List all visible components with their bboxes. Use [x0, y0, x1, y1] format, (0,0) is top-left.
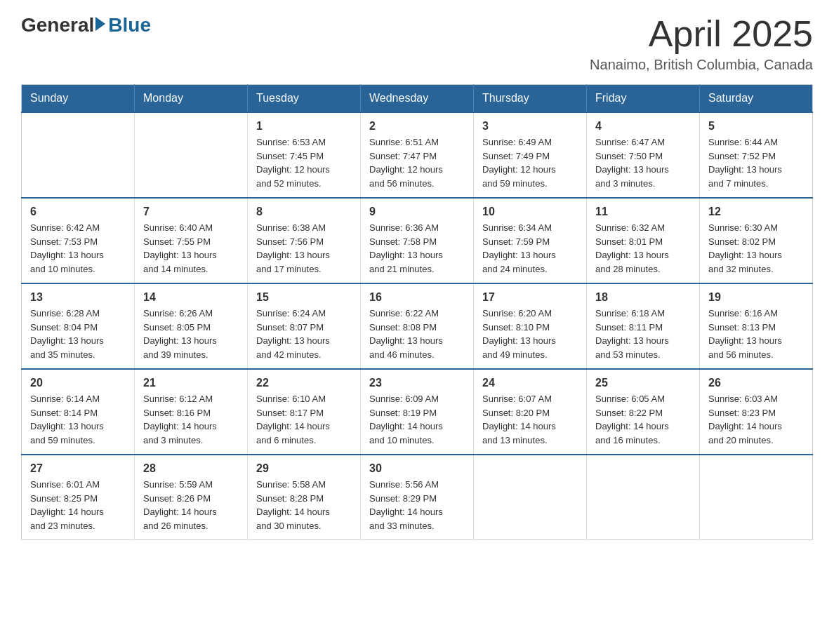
calendar-cell: 17Sunrise: 6:20 AMSunset: 8:10 PMDayligh… — [474, 283, 587, 369]
day-number: 16 — [369, 291, 465, 304]
calendar-week-5: 27Sunrise: 6:01 AMSunset: 8:25 PMDayligh… — [22, 455, 813, 540]
weekday-header-wednesday: Wednesday — [361, 85, 474, 113]
day-info: Sunrise: 6:34 AMSunset: 7:59 PMDaylight:… — [482, 221, 578, 276]
day-number: 2 — [369, 120, 465, 133]
day-number: 8 — [256, 206, 352, 218]
day-number: 28 — [143, 462, 239, 475]
calendar-cell: 23Sunrise: 6:09 AMSunset: 8:19 PMDayligh… — [361, 369, 474, 455]
calendar-cell: 6Sunrise: 6:42 AMSunset: 7:53 PMDaylight… — [22, 198, 135, 283]
weekday-header-sunday: Sunday — [22, 85, 135, 113]
day-number: 15 — [256, 291, 352, 304]
logo-arrow-icon — [95, 17, 105, 31]
weekday-header-tuesday: Tuesday — [248, 85, 361, 113]
day-info: Sunrise: 6:18 AMSunset: 8:11 PMDaylight:… — [595, 307, 691, 361]
calendar-cell: 20Sunrise: 6:14 AMSunset: 8:14 PMDayligh… — [22, 369, 135, 455]
calendar-cell: 25Sunrise: 6:05 AMSunset: 8:22 PMDayligh… — [587, 369, 700, 455]
calendar-cell: 15Sunrise: 6:24 AMSunset: 8:07 PMDayligh… — [248, 283, 361, 369]
day-number: 26 — [708, 377, 804, 389]
calendar-cell: 3Sunrise: 6:49 AMSunset: 7:49 PMDaylight… — [474, 112, 587, 198]
calendar-cell — [474, 455, 587, 540]
weekday-header-thursday: Thursday — [474, 85, 587, 113]
day-number: 30 — [369, 462, 465, 475]
day-number: 27 — [30, 462, 126, 475]
day-info: Sunrise: 6:22 AMSunset: 8:08 PMDaylight:… — [369, 307, 465, 361]
day-info: Sunrise: 6:38 AMSunset: 7:56 PMDaylight:… — [256, 221, 352, 276]
day-info: Sunrise: 6:28 AMSunset: 8:04 PMDaylight:… — [30, 307, 126, 361]
calendar-cell: 13Sunrise: 6:28 AMSunset: 8:04 PMDayligh… — [22, 283, 135, 369]
calendar-cell: 1Sunrise: 6:53 AMSunset: 7:45 PMDaylight… — [248, 112, 361, 198]
calendar-cell — [135, 112, 248, 198]
calendar-cell — [587, 455, 700, 540]
calendar-cell: 8Sunrise: 6:38 AMSunset: 7:56 PMDaylight… — [248, 198, 361, 283]
day-info: Sunrise: 6:05 AMSunset: 8:22 PMDaylight:… — [595, 392, 691, 447]
weekday-header-monday: Monday — [135, 85, 248, 113]
day-info: Sunrise: 6:40 AMSunset: 7:55 PMDaylight:… — [143, 221, 239, 276]
calendar-cell: 16Sunrise: 6:22 AMSunset: 8:08 PMDayligh… — [361, 283, 474, 369]
day-info: Sunrise: 6:49 AMSunset: 7:49 PMDaylight:… — [482, 135, 578, 190]
calendar-cell: 27Sunrise: 6:01 AMSunset: 8:25 PMDayligh… — [22, 455, 135, 540]
day-info: Sunrise: 6:30 AMSunset: 8:02 PMDaylight:… — [708, 221, 804, 276]
day-info: Sunrise: 6:26 AMSunset: 8:05 PMDaylight:… — [143, 307, 239, 361]
calendar-cell: 26Sunrise: 6:03 AMSunset: 8:23 PMDayligh… — [700, 369, 813, 455]
day-number: 23 — [369, 377, 465, 389]
calendar-cell: 5Sunrise: 6:44 AMSunset: 7:52 PMDaylight… — [700, 112, 813, 198]
day-info: Sunrise: 6:14 AMSunset: 8:14 PMDaylight:… — [30, 392, 126, 447]
day-number: 9 — [369, 206, 465, 218]
calendar-cell: 11Sunrise: 6:32 AMSunset: 8:01 PMDayligh… — [587, 198, 700, 283]
day-info: Sunrise: 6:51 AMSunset: 7:47 PMDaylight:… — [369, 135, 465, 190]
calendar-cell: 4Sunrise: 6:47 AMSunset: 7:50 PMDaylight… — [587, 112, 700, 198]
day-info: Sunrise: 5:59 AMSunset: 8:26 PMDaylight:… — [143, 478, 239, 532]
day-info: Sunrise: 6:16 AMSunset: 8:13 PMDaylight:… — [708, 307, 804, 361]
day-info: Sunrise: 6:53 AMSunset: 7:45 PMDaylight:… — [256, 135, 352, 190]
day-info: Sunrise: 5:58 AMSunset: 8:28 PMDaylight:… — [256, 478, 352, 532]
day-number: 18 — [595, 291, 691, 304]
logo-general-text: General — [21, 14, 94, 36]
logo: General Blue — [21, 14, 151, 36]
day-number: 21 — [143, 377, 239, 389]
month-title: April 2025 — [590, 14, 813, 54]
day-number: 20 — [30, 377, 126, 389]
calendar-cell: 19Sunrise: 6:16 AMSunset: 8:13 PMDayligh… — [700, 283, 813, 369]
weekday-header-saturday: Saturday — [700, 85, 813, 113]
location-subtitle: Nanaimo, British Columbia, Canada — [590, 57, 813, 73]
day-number: 14 — [143, 291, 239, 304]
day-number: 22 — [256, 377, 352, 389]
day-number: 24 — [482, 377, 578, 389]
calendar-cell: 22Sunrise: 6:10 AMSunset: 8:17 PMDayligh… — [248, 369, 361, 455]
logo-blue-text: Blue — [108, 14, 151, 36]
day-number: 6 — [30, 206, 126, 218]
day-info: Sunrise: 5:56 AMSunset: 8:29 PMDaylight:… — [369, 478, 465, 532]
day-number: 4 — [595, 120, 691, 133]
calendar-week-4: 20Sunrise: 6:14 AMSunset: 8:14 PMDayligh… — [22, 369, 813, 455]
weekday-header-row: SundayMondayTuesdayWednesdayThursdayFrid… — [22, 85, 813, 113]
calendar-cell: 29Sunrise: 5:58 AMSunset: 8:28 PMDayligh… — [248, 455, 361, 540]
calendar-week-3: 13Sunrise: 6:28 AMSunset: 8:04 PMDayligh… — [22, 283, 813, 369]
calendar-table: SundayMondayTuesdayWednesdayThursdayFrid… — [21, 84, 813, 540]
weekday-header-friday: Friday — [587, 85, 700, 113]
day-number: 29 — [256, 462, 352, 475]
day-info: Sunrise: 6:12 AMSunset: 8:16 PMDaylight:… — [143, 392, 239, 447]
day-number: 17 — [482, 291, 578, 304]
calendar-cell: 9Sunrise: 6:36 AMSunset: 7:58 PMDaylight… — [361, 198, 474, 283]
calendar-cell: 12Sunrise: 6:30 AMSunset: 8:02 PMDayligh… — [700, 198, 813, 283]
day-info: Sunrise: 6:42 AMSunset: 7:53 PMDaylight:… — [30, 221, 126, 276]
day-info: Sunrise: 6:36 AMSunset: 7:58 PMDaylight:… — [369, 221, 465, 276]
day-info: Sunrise: 6:44 AMSunset: 7:52 PMDaylight:… — [708, 135, 804, 190]
day-info: Sunrise: 6:47 AMSunset: 7:50 PMDaylight:… — [595, 135, 691, 190]
day-info: Sunrise: 6:07 AMSunset: 8:20 PMDaylight:… — [482, 392, 578, 447]
day-number: 11 — [595, 206, 691, 218]
calendar-cell: 24Sunrise: 6:07 AMSunset: 8:20 PMDayligh… — [474, 369, 587, 455]
day-info: Sunrise: 6:09 AMSunset: 8:19 PMDaylight:… — [369, 392, 465, 447]
day-number: 7 — [143, 206, 239, 218]
day-number: 5 — [708, 120, 804, 133]
day-info: Sunrise: 6:10 AMSunset: 8:17 PMDaylight:… — [256, 392, 352, 447]
calendar-cell: 14Sunrise: 6:26 AMSunset: 8:05 PMDayligh… — [135, 283, 248, 369]
calendar-cell — [22, 112, 135, 198]
day-number: 3 — [482, 120, 578, 133]
day-info: Sunrise: 6:32 AMSunset: 8:01 PMDaylight:… — [595, 221, 691, 276]
calendar-cell: 21Sunrise: 6:12 AMSunset: 8:16 PMDayligh… — [135, 369, 248, 455]
day-info: Sunrise: 6:01 AMSunset: 8:25 PMDaylight:… — [30, 478, 126, 532]
calendar-cell: 2Sunrise: 6:51 AMSunset: 7:47 PMDaylight… — [361, 112, 474, 198]
page-header: General Blue April 2025 Nanaimo, British… — [21, 14, 813, 73]
day-info: Sunrise: 6:20 AMSunset: 8:10 PMDaylight:… — [482, 307, 578, 361]
